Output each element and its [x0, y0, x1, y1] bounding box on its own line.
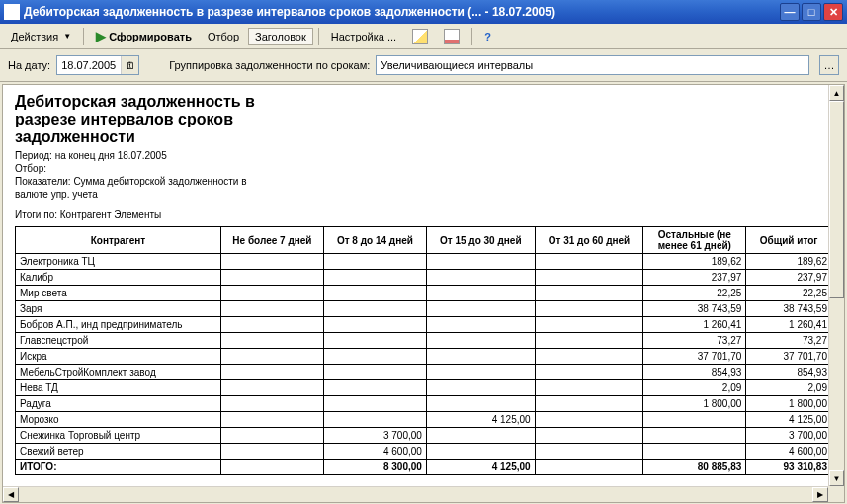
- settings-label: Настройка ...: [331, 31, 396, 42]
- tool-button-1[interactable]: [405, 26, 435, 47]
- help-icon: ?: [484, 31, 491, 42]
- cell-c2: [323, 380, 426, 396]
- cell-c4: [535, 396, 643, 412]
- table-row: Морозко 4 125,00 4 125,00: [16, 412, 832, 428]
- settings-button[interactable]: Настройка ...: [324, 28, 403, 45]
- scrollbar-vertical[interactable]: ▲ ▼: [828, 85, 844, 486]
- cell-c5: 73,27: [643, 333, 746, 349]
- cell-name: ИТОГО:: [16, 460, 221, 475]
- cell-c3: [426, 270, 535, 286]
- table-row: Радуга 1 800,00 1 800,00: [16, 396, 832, 412]
- scroll-up-arrow[interactable]: ▲: [829, 85, 844, 101]
- chart-icon: [444, 29, 460, 44]
- cell-c6: 22,25: [746, 286, 832, 301]
- report-area: Дебиторская задолженность в разрезе инте…: [2, 84, 845, 503]
- cell-c4: [535, 365, 643, 380]
- cell-c3: 4 125,00: [426, 460, 535, 475]
- report-content: Дебиторская задолженность в разрезе инте…: [3, 85, 844, 483]
- cell-c3: [426, 254, 535, 270]
- col-8-14days: От 8 до 14 дней: [323, 227, 426, 254]
- header-button[interactable]: Заголовок: [248, 28, 313, 45]
- cell-name: Мир света: [16, 286, 221, 301]
- table-row: Бобров А.П., инд предприниматель 1 260,4…: [16, 317, 832, 333]
- cell-c6: 38 743,59: [746, 301, 832, 317]
- cell-name: Калибр: [16, 270, 221, 286]
- help-button[interactable]: ?: [477, 28, 498, 45]
- table-row: Калибр 237,97 237,97: [16, 270, 832, 286]
- col-total: Общий итог: [746, 227, 832, 254]
- group-picker-button[interactable]: …: [819, 55, 839, 75]
- scroll-track-h[interactable]: [19, 487, 812, 502]
- scroll-thumb-v[interactable]: [829, 101, 844, 298]
- scrollbar-horizontal[interactable]: ◀ ▶: [3, 486, 828, 502]
- table-row: Главспецстрой 73,27 73,27: [16, 333, 832, 349]
- table-row: Свежий ветер 4 600,00 4 600,00: [16, 444, 832, 460]
- group-input[interactable]: [377, 56, 808, 74]
- cell-c3: [426, 333, 535, 349]
- cell-c2: 4 600,00: [323, 444, 426, 460]
- cell-c1: [220, 444, 323, 460]
- table-row: Мир света 22,25 22,25: [16, 286, 832, 301]
- cell-c5: 22,25: [643, 286, 746, 301]
- col-31-60days: От 31 до 60 дней: [535, 227, 643, 254]
- date-input-wrapper: 🗓: [56, 55, 139, 75]
- cell-c6: 37 701,70: [746, 349, 832, 365]
- cell-c6: 4 125,00: [746, 412, 832, 428]
- table-row: МебельСтройКомплект завод 854,93 854,93: [16, 365, 832, 380]
- title-line3: задолженности: [15, 128, 832, 146]
- cell-c6: 93 310,83: [746, 460, 832, 475]
- separator: [471, 28, 472, 45]
- scroll-down-arrow[interactable]: ▼: [829, 470, 844, 486]
- cell-c5: 38 743,59: [643, 301, 746, 317]
- cell-c5: 2,09: [643, 380, 746, 396]
- cell-c1: [220, 333, 323, 349]
- filter-button[interactable]: Отбор: [201, 28, 246, 45]
- cell-c5: [643, 444, 746, 460]
- cell-c4: [535, 317, 643, 333]
- minimize-button[interactable]: —: [780, 3, 800, 21]
- title-line1: Дебиторская задолженность в: [15, 93, 832, 111]
- col-contractor: Контрагент: [16, 227, 221, 254]
- maximize-button[interactable]: □: [802, 3, 821, 21]
- cell-c3: 4 125,00: [426, 412, 535, 428]
- cell-c1: [220, 460, 323, 475]
- cell-c3: [426, 428, 535, 444]
- report-period: Период: на конец дня 18.07.2005: [15, 150, 832, 161]
- toolbar: Действия ▼ ▶ Сформировать Отбор Заголово…: [0, 24, 847, 49]
- cell-c2: [323, 333, 426, 349]
- cell-c4: [535, 301, 643, 317]
- group-input-wrapper: [376, 55, 809, 75]
- header-label: Заголовок: [255, 31, 306, 42]
- table-row: Нева ТД 2,09 2,09: [16, 380, 832, 396]
- cell-c4: [535, 444, 643, 460]
- window-title: Дебиторская задолженность в разрезе инте…: [24, 5, 780, 19]
- cell-c1: [220, 301, 323, 317]
- cell-c3: [426, 286, 535, 301]
- cell-c3: [426, 444, 535, 460]
- cell-c6: 2,09: [746, 380, 832, 396]
- cell-c4: [535, 428, 643, 444]
- cell-c6: 1 260,41: [746, 317, 832, 333]
- cell-name: Свежий ветер: [16, 444, 221, 460]
- table-row: Искра 37 701,70 37 701,70: [16, 349, 832, 365]
- cell-c2: [323, 301, 426, 317]
- actions-menu[interactable]: Действия ▼: [4, 28, 78, 45]
- cell-c6: 1 800,00: [746, 396, 832, 412]
- cell-c2: [323, 365, 426, 380]
- report-title: Дебиторская задолженность в разрезе инте…: [15, 93, 832, 146]
- cell-name: Заря: [16, 301, 221, 317]
- play-icon: ▶: [96, 29, 106, 43]
- actions-label: Действия: [11, 31, 58, 42]
- scroll-right-arrow[interactable]: ▶: [812, 487, 828, 502]
- close-button[interactable]: ✕: [823, 3, 843, 21]
- calendar-button[interactable]: 🗓: [121, 56, 138, 74]
- cell-c5: 1 260,41: [643, 317, 746, 333]
- scroll-left-arrow[interactable]: ◀: [3, 487, 19, 502]
- cell-c1: [220, 428, 323, 444]
- cell-c5: 37 701,70: [643, 349, 746, 365]
- date-input[interactable]: [57, 56, 121, 74]
- cell-name: Радуга: [16, 396, 221, 412]
- form-button[interactable]: ▶ Сформировать: [89, 26, 199, 46]
- table-total-row: ИТОГО: 8 300,00 4 125,00 80 885,83 93 31…: [16, 460, 832, 475]
- tool-button-2[interactable]: [437, 26, 466, 47]
